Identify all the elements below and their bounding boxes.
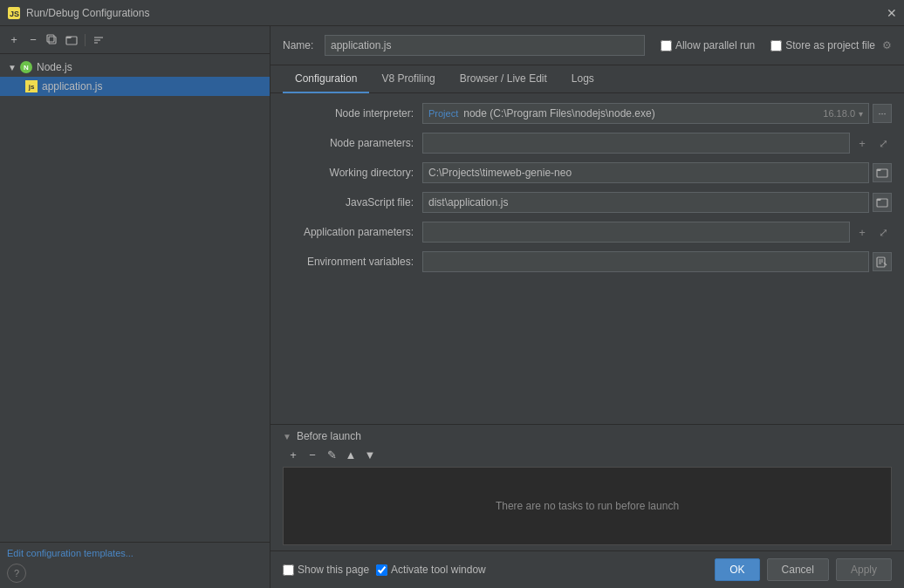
- working-directory-input[interactable]: [422, 162, 869, 183]
- app-parameters-row: Application parameters: + ⤢: [283, 221, 892, 243]
- copy-config-button[interactable]: [44, 31, 61, 49]
- allow-parallel-label: Allow parallel run: [675, 39, 755, 51]
- show-page-label: Show this page: [298, 564, 369, 576]
- env-variables-browse-button[interactable]: [873, 252, 892, 271]
- interpreter-value: node (C:\Program Files\nodejs\node.exe): [463, 107, 819, 120]
- interpreter-browse-button[interactable]: ···: [873, 104, 892, 123]
- title-bar: JS Run/Debug Configurations ✕: [0, 0, 904, 26]
- name-row: Name: Allow parallel run Store as projec…: [271, 26, 904, 65]
- before-launch-arrow[interactable]: ▼: [283, 432, 291, 441]
- activate-tool-checkbox[interactable]: [376, 564, 387, 576]
- app-parameters-label: Application parameters:: [283, 226, 422, 238]
- interpreter-prefix: Project: [428, 108, 458, 119]
- store-project-label: Store as project file: [785, 39, 875, 51]
- sidebar-bottom: Edit configuration templates... ?: [0, 542, 270, 588]
- env-variables-field: [422, 251, 892, 272]
- name-input[interactable]: [325, 35, 645, 56]
- svg-rect-2: [49, 37, 56, 44]
- tab-v8-profiling[interactable]: V8 Profiling: [369, 65, 447, 93]
- tree-node-nodejs[interactable]: ▼ N Node.js: [0, 58, 270, 77]
- move-into-new-folder-button[interactable]: [63, 31, 80, 49]
- right-panel: Name: Allow parallel run Store as projec…: [271, 26, 904, 588]
- javascript-file-field: [422, 192, 892, 213]
- before-launch-header: ▼ Before launch: [283, 430, 892, 442]
- node-parameters-input[interactable]: [422, 133, 850, 154]
- ok-button[interactable]: OK: [715, 558, 759, 581]
- interpreter-input[interactable]: Project node (C:\Program Files\nodejs\no…: [422, 103, 869, 124]
- js-file-icon: js: [24, 79, 38, 93]
- tab-logs[interactable]: Logs: [559, 65, 606, 93]
- interpreter-version: 16.18.0: [823, 108, 855, 119]
- apply-button[interactable]: Apply: [836, 558, 892, 581]
- store-project-row: Store as project file ⚙: [770, 39, 892, 51]
- interpreter-dropdown-arrow[interactable]: ▾: [859, 109, 863, 119]
- close-button[interactable]: ✕: [887, 7, 897, 19]
- toolbar-separator: [85, 34, 86, 46]
- javascript-file-input[interactable]: [422, 192, 869, 213]
- tree-label-application-js: application.js: [42, 80, 102, 92]
- tree-label-nodejs: Node.js: [37, 61, 72, 73]
- working-directory-browse-button[interactable]: [873, 163, 892, 182]
- env-variables-row: Environment variables:: [283, 250, 892, 273]
- app-icon: JS: [7, 6, 21, 20]
- before-launch-toolbar: + − ✎ ▲ ▼: [283, 446, 892, 463]
- app-params-expand-button[interactable]: ⤢: [874, 223, 892, 241]
- node-params-expand-button[interactable]: ⤢: [874, 134, 892, 152]
- tab-browser-live-edit[interactable]: Browser / Live Edit: [448, 65, 559, 93]
- main-container: + −: [0, 26, 904, 588]
- bottom-bar: Show this page Activate tool window OK C…: [271, 550, 904, 588]
- svg-text:JS: JS: [10, 10, 19, 18]
- working-directory-field: [422, 162, 892, 183]
- app-parameters-field: + ⤢: [422, 222, 892, 243]
- show-page-row: Show this page: [283, 564, 369, 576]
- allow-parallel-checkbox[interactable]: [661, 40, 672, 51]
- node-parameters-label: Node parameters:: [283, 137, 422, 149]
- tree-arrow-nodejs: ▼: [7, 62, 17, 72]
- javascript-file-label: JavaScript file:: [283, 196, 422, 209]
- show-page-checkbox[interactable]: [283, 564, 294, 576]
- before-launch-remove-button[interactable]: −: [304, 446, 321, 463]
- before-launch-empty-area: There are no tasks to run before launch: [283, 467, 892, 545]
- node-parameters-field: + ⤢: [422, 133, 892, 154]
- node-interpreter-label: Node interpreter:: [283, 107, 422, 120]
- name-label: Name:: [283, 39, 318, 51]
- tabs-bar: Configuration V8 Profiling Browser / Liv…: [271, 65, 904, 93]
- remove-config-button[interactable]: −: [24, 31, 42, 49]
- sort-button[interactable]: [90, 31, 107, 49]
- working-directory-row: Working directory:: [283, 161, 892, 184]
- activate-tool-row: Activate tool window: [376, 564, 486, 576]
- sidebar: + −: [0, 26, 271, 588]
- before-launch-edit-button[interactable]: ✎: [323, 446, 340, 463]
- help-icon[interactable]: ?: [7, 564, 26, 583]
- cancel-button[interactable]: Cancel: [767, 558, 829, 581]
- env-variables-input[interactable]: [422, 251, 869, 272]
- node-params-add-button[interactable]: +: [853, 134, 871, 152]
- before-launch-move-down-button[interactable]: ▼: [361, 446, 379, 463]
- before-launch-add-button[interactable]: +: [284, 446, 302, 463]
- nodejs-icon: N: [19, 60, 33, 74]
- before-launch-move-up-button[interactable]: ▲: [342, 446, 360, 463]
- tree-node-application-js[interactable]: js application.js: [0, 77, 270, 96]
- node-interpreter-field: Project node (C:\Program Files\nodejs\no…: [422, 103, 892, 124]
- allow-parallel-row: Allow parallel run: [661, 39, 755, 51]
- activate-tool-label: Activate tool window: [391, 564, 486, 576]
- tab-configuration[interactable]: Configuration: [283, 65, 369, 93]
- sidebar-toolbar: + −: [0, 26, 270, 54]
- svg-rect-3: [47, 35, 54, 42]
- sidebar-tree: ▼ N Node.js js application.js: [0, 54, 270, 302]
- gear-icon[interactable]: ⚙: [882, 39, 892, 51]
- node-interpreter-row: Node interpreter: Project node (C:\Progr…: [283, 102, 892, 125]
- dialog-title: Run/Debug Configurations: [26, 7, 897, 19]
- before-launch-title: Before launch: [297, 430, 361, 442]
- add-config-button[interactable]: +: [5, 31, 23, 49]
- working-directory-label: Working directory:: [283, 167, 422, 179]
- app-params-add-button[interactable]: +: [853, 223, 871, 241]
- app-parameters-input[interactable]: [422, 222, 850, 243]
- config-content: Node interpreter: Project node (C:\Progr…: [271, 93, 904, 424]
- javascript-file-row: JavaScript file:: [283, 191, 892, 214]
- javascript-file-browse-button[interactable]: [873, 193, 892, 212]
- before-launch-empty-text: There are no tasks to run before launch: [496, 500, 679, 512]
- edit-templates-link[interactable]: Edit configuration templates...: [7, 548, 134, 558]
- store-project-checkbox[interactable]: [770, 40, 782, 51]
- before-launch-section: ▼ Before launch + − ✎ ▲ ▼ There are no t…: [271, 424, 904, 550]
